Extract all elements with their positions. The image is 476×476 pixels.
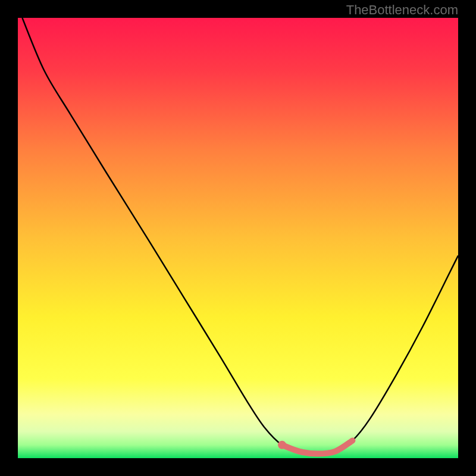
bottleneck-curve xyxy=(22,18,458,454)
optimal-marker xyxy=(278,441,286,449)
optimal-highlight xyxy=(282,440,352,453)
attribution-text: TheBottleneck.com xyxy=(346,2,458,18)
plot-area xyxy=(18,18,458,458)
curve-layer xyxy=(18,18,458,458)
